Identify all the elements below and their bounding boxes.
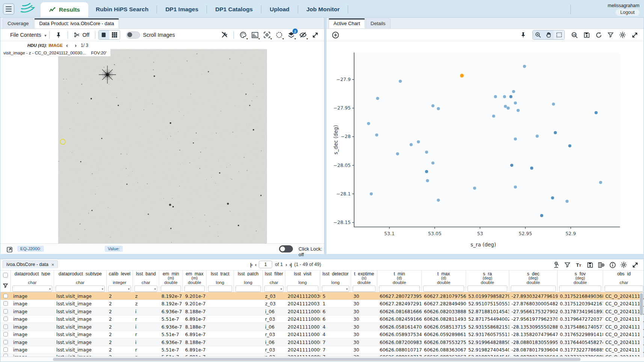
close-icon[interactable]: × (51, 262, 54, 267)
table-tab[interactable]: ivoa.ObsCore - data × (3, 260, 58, 268)
select-area-button[interactable] (554, 30, 564, 39)
table-row[interactable]: imagelsst.visit_image2r5.51e-76.891e-7r_… (0, 346, 644, 354)
restore-chart-button[interactable] (594, 30, 603, 40)
table-cell[interactable]: i (133, 308, 159, 314)
column-filter-input[interactable] (468, 285, 507, 292)
table-cell[interactable]: 5.51e-7 (159, 331, 183, 337)
table-cell[interactable]: z_03 (263, 293, 285, 299)
table-cell[interactable]: -27.89303247796197 (509, 293, 558, 299)
column-header-lsst_patch[interactable]: lsst_patch long (234, 270, 263, 292)
table-cell[interactable]: 6.936e-7 (159, 324, 183, 330)
table-cell[interactable]: 52.87188101454338 (466, 308, 509, 314)
column-filter-input[interactable]: ▾ (108, 285, 131, 292)
row-checkbox[interactable] (3, 347, 8, 352)
table-cell[interactable]: 52.87175449400273 (466, 316, 509, 322)
table-cell[interactable] (234, 326, 263, 327)
table-cell[interactable]: lsst.visit_image (54, 293, 107, 299)
column-header-obs_id[interactable]: obs_id char (603, 270, 644, 292)
save-table-button[interactable] (585, 260, 594, 269)
expand-readout-button[interactable] (5, 245, 14, 254)
scatter-point[interactable] (554, 131, 557, 134)
column-header-lsst_tract[interactable]: lsst_tract long (207, 270, 234, 292)
table-cell[interactable]: 8.188e-7 (183, 308, 207, 314)
table-cell[interactable]: 2 (107, 293, 133, 299)
row-checkbox[interactable] (3, 332, 8, 336)
table-cell[interactable]: CC_O_20241111_0 (603, 339, 644, 345)
table-cell[interactable] (234, 349, 263, 350)
column-filter-input[interactable]: ▾ (56, 285, 105, 292)
scatter-point[interactable] (512, 90, 515, 93)
column-filter-input[interactable] (559, 285, 601, 292)
table-row[interactable]: imagelsst.visit_image2r5.51e-76.891e-7r_… (0, 315, 644, 323)
image-tools-button[interactable] (220, 30, 229, 40)
table-cell[interactable]: 2 (107, 324, 133, 330)
column-header-s_dec[interactable]: s_dec(deg)double (509, 270, 558, 292)
scatter-point[interactable] (375, 134, 378, 137)
region-select-button[interactable]: ▾ (274, 30, 284, 40)
pin-chart-button[interactable] (519, 30, 528, 40)
table-cell[interactable]: 52.91996482885089 (466, 339, 509, 345)
scatter-point[interactable] (367, 122, 370, 125)
chart-canvas[interactable]: 53.153.055352.9552.9−27.9−27.95−28−28.05… (326, 41, 644, 254)
table-cell[interactable]: r (133, 331, 159, 337)
table-cell[interactable]: 52.91982740454004 (466, 347, 509, 353)
zoom-mode-button[interactable] (533, 30, 543, 39)
table-cell[interactable]: 2 (107, 354, 133, 357)
scatter-point-selected[interactable] (460, 74, 464, 78)
expand-chart-button[interactable] (630, 30, 639, 40)
chart-settings-button[interactable] (618, 30, 627, 40)
row-checkbox[interactable] (3, 324, 8, 329)
table-cell[interactable]: 5.51e-7 (159, 316, 183, 322)
column-header-calib_level[interactable]: calib_level integer▾ (107, 270, 133, 292)
table-cell[interactable]: 8.188e-7 (183, 339, 207, 345)
table-cell[interactable]: 60626.05851371528 (422, 324, 466, 330)
table-cell[interactable]: 2024111100082 (285, 316, 320, 322)
scatter-point[interactable] (504, 105, 507, 108)
table-cell[interactable]: 30 (351, 339, 377, 345)
table-cell[interactable]: 5.51e-7 (159, 354, 183, 357)
table-cell[interactable]: 2 (107, 347, 133, 353)
table-cell[interactable]: 60627.28284949074 (422, 300, 466, 306)
table-cell[interactable]: 6.891e-7 (183, 331, 207, 337)
table-cell[interactable] (207, 303, 234, 304)
table-cell[interactable]: CC_O_20241111_0 (603, 316, 644, 322)
tab-details[interactable]: Details (366, 18, 391, 29)
table-cell[interactable]: 6.936e-7 (159, 308, 183, 314)
scatter-point[interactable] (510, 164, 513, 167)
table-cell[interactable]: -27.956197796237035 (509, 316, 558, 322)
table-cell[interactable]: -28.135309555028815 (509, 324, 558, 330)
column-filter-input[interactable]: ▾ (264, 285, 284, 292)
table-cell[interactable]: z_03 (263, 300, 285, 306)
table-cell[interactable]: 60626.08203388889 (422, 308, 466, 314)
table-cell[interactable]: 52.93176057551117 (466, 331, 509, 337)
table-cell[interactable]: 30 (351, 293, 377, 299)
table-cell[interactable]: 6.936e-7 (159, 339, 183, 345)
column-filter-input[interactable]: ▾ (134, 285, 157, 292)
table-horizontal-scrollbar[interactable] (0, 357, 644, 362)
scatter-point[interactable] (514, 137, 517, 140)
table-cell[interactable]: 30 (351, 324, 377, 330)
plot-area[interactable] (354, 53, 620, 227)
table-cell[interactable]: 0.31773227786885455 (558, 347, 603, 353)
hamburger-menu-button[interactable] (3, 3, 14, 15)
table-cell[interactable]: CC_O_20241112_0 (603, 293, 644, 299)
scatter-point[interactable] (370, 192, 373, 195)
app-logo[interactable] (19, 2, 35, 16)
layers-button[interactable]: 2 ▾ (286, 30, 296, 40)
zoom-original-button[interactable]: 1X (570, 30, 579, 40)
table-cell[interactable]: 0.3178734196189379 (558, 308, 603, 314)
scroll-images-toggle[interactable] (126, 32, 140, 39)
table-cell[interactable]: CC_O_20241111_0 (603, 324, 644, 330)
scatter-point[interactable] (425, 150, 428, 153)
scatter-point[interactable] (509, 95, 512, 98)
table-vertical-scrollbar[interactable] (639, 293, 643, 357)
tab-job-monitor[interactable]: Job Monitor (299, 2, 347, 17)
column-header-dataproduct_type[interactable]: dataproduct_type char▾ (11, 270, 54, 292)
column-header-t_max[interactable]: t_max(d)double (422, 270, 466, 292)
scatter-point[interactable] (568, 144, 571, 147)
color-table-button[interactable]: ▾ (238, 30, 248, 40)
scatter-point[interactable] (523, 65, 526, 68)
row-checkbox[interactable] (3, 301, 8, 306)
table-cell[interactable]: i (133, 324, 159, 330)
scatter-point[interactable] (426, 179, 429, 182)
